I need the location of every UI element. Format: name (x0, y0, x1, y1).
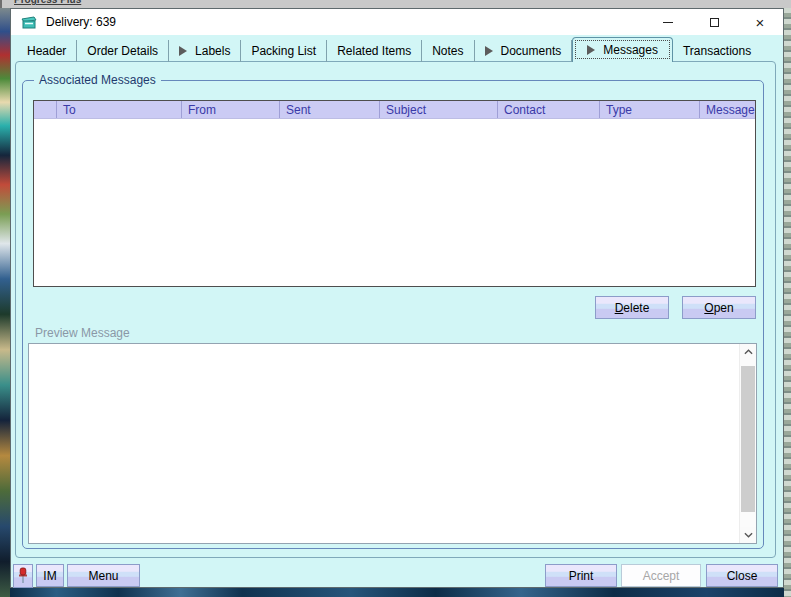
titlebar[interactable]: Delivery: 639 × (11, 9, 783, 35)
scrollbar-thumb[interactable] (741, 366, 755, 512)
scrollbar-down-button[interactable] (740, 527, 756, 543)
tab-packing-list[interactable]: Packing List (241, 40, 327, 62)
tab-arrow-icon (179, 46, 187, 56)
column-to[interactable]: To (56, 101, 181, 118)
grid-actions: Delete Open (595, 296, 756, 319)
delivery-dialog: Delivery: 639 × Header Order Details (10, 8, 784, 588)
print-button[interactable]: Print (545, 564, 617, 587)
background-app-row-strip (10, 588, 784, 597)
background-window-titlebar: Progress Plus (0, 0, 791, 8)
group-label: Associated Messages (34, 73, 161, 87)
column-type[interactable]: Type (599, 101, 699, 118)
messages-grid: To From Sent Subject Contact Type Messag… (33, 100, 756, 287)
delete-button-accel: D (615, 301, 624, 315)
scrollbar-up-button[interactable] (740, 344, 756, 360)
messages-grid-header: To From Sent Subject Contact Type Messag… (34, 101, 755, 119)
tab-labels[interactable]: Labels (169, 40, 241, 62)
menu-button-label: Menu (88, 569, 118, 583)
maximize-icon (710, 18, 719, 27)
column-sent[interactable]: Sent (279, 101, 379, 118)
delete-button-rest: elete (623, 301, 649, 315)
open-button-accel: O (704, 301, 713, 315)
column-contact[interactable]: Contact (497, 101, 599, 118)
tab-label: Order Details (87, 44, 158, 58)
column-from[interactable]: From (181, 101, 279, 118)
tab-label: Transactions (683, 44, 751, 58)
close-icon: × (756, 15, 765, 30)
pin-button[interactable] (13, 564, 33, 588)
background-desktop-strip (0, 8, 10, 597)
tab-arrow-icon (587, 45, 595, 55)
tab-label: Related Items (337, 44, 411, 58)
accept-button: Accept (621, 564, 701, 587)
window-controls: × (645, 9, 783, 35)
preview-message-label: Preview Message (35, 326, 130, 340)
pushpin-icon (17, 567, 29, 585)
tab-notes[interactable]: Notes (422, 40, 474, 62)
preview-scrollbar[interactable] (739, 344, 756, 543)
delete-button[interactable]: Delete (595, 296, 669, 319)
tab-transactions[interactable]: Transactions (673, 40, 761, 62)
close-button[interactable]: Close (706, 564, 778, 587)
tab-strip: Header Order Details Labels Packing List… (17, 38, 761, 62)
open-button[interactable]: Open (682, 296, 756, 319)
window-title: Delivery: 639 (46, 15, 116, 29)
chevron-down-icon (744, 532, 753, 538)
tab-related-items[interactable]: Related Items (327, 40, 422, 62)
open-button-rest: pen (714, 301, 734, 315)
chevron-up-icon (744, 349, 753, 355)
delivery-box-icon (21, 16, 37, 29)
tab-label: Labels (195, 44, 230, 58)
minimize-icon (663, 22, 673, 23)
im-button-label: IM (43, 569, 56, 583)
tab-order-details[interactable]: Order Details (77, 40, 169, 62)
accept-button-label: Accept (643, 569, 680, 583)
close-window-button[interactable]: × (737, 9, 783, 35)
print-button-label: Print (569, 569, 594, 583)
column-message[interactable]: Message (699, 101, 755, 118)
tab-header[interactable]: Header (17, 40, 77, 62)
preview-message-pane[interactable] (28, 343, 757, 544)
im-button[interactable]: IM (36, 564, 64, 587)
column-subject[interactable]: Subject (379, 101, 497, 118)
preview-message-content (29, 344, 739, 543)
background-window-title: Progress Plus (14, 0, 791, 5)
menu-button[interactable]: Menu (67, 564, 140, 587)
column-selector[interactable] (34, 101, 56, 118)
background-app-strip (784, 8, 791, 597)
tab-label: Packing List (251, 44, 316, 58)
tab-page-messages: Associated Messages To From Sent Subject… (15, 61, 776, 558)
associated-messages-group: Associated Messages To From Sent Subject… (22, 80, 764, 549)
screen: Progress Plus Delivery: 639 (0, 0, 791, 597)
tab-label: Messages (603, 43, 658, 57)
tab-label: Header (27, 44, 66, 58)
scrollbar-track[interactable] (740, 360, 756, 527)
tab-label: Notes (432, 44, 463, 58)
tab-label: Documents (501, 44, 562, 58)
close-button-label: Close (727, 569, 758, 583)
messages-grid-body[interactable] (34, 119, 755, 286)
tab-arrow-icon (485, 46, 493, 56)
tab-documents[interactable]: Documents (475, 40, 573, 62)
minimize-button[interactable] (645, 9, 691, 35)
dialog-footer: IM Menu Print Accept Close (11, 564, 783, 588)
maximize-button[interactable] (691, 9, 737, 35)
tab-messages[interactable]: Messages (572, 37, 673, 62)
